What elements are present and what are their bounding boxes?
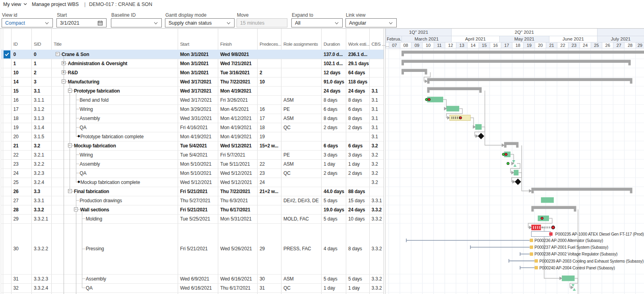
cell-id: 22: [14, 150, 32, 159]
cell-dur: 1 day: [324, 159, 346, 168]
cell-finish: Wed 5/12/2021: [220, 168, 257, 178]
task-bar[interactable]: [446, 106, 459, 112]
start-date-date-input[interactable]: 3/1/2021: [56, 18, 107, 27]
progress-hatch: [539, 226, 540, 229]
column-header-finish[interactable]: Finish: [220, 42, 232, 46]
cell-title[interactable]: Mockup fabrication complete: [80, 178, 177, 187]
cell-title[interactable]: Assembly: [86, 274, 177, 283]
column-header-cbs[interactable]: CBS ...: [372, 42, 385, 46]
cell-title[interactable]: Molding: [86, 214, 177, 223]
summary-bar[interactable]: [427, 87, 482, 93]
cell-finish: Thu 7/22/2021: [220, 77, 257, 86]
expander-collapse-icon[interactable]: −: [74, 207, 78, 211]
expander-collapse-icon[interactable]: −: [62, 79, 66, 83]
summary-bar[interactable]: [402, 51, 644, 56]
remaining-dash: [546, 226, 547, 228]
cell-title[interactable]: Mockup fabrication: [74, 141, 177, 150]
link-view-dropdown[interactable]: Angular: [345, 18, 397, 27]
tree-tick: [66, 63, 68, 64]
expander-expand-icon[interactable]: +: [62, 70, 66, 74]
row-checkbox[interactable]: [4, 50, 11, 58]
task-bar[interactable]: [562, 276, 574, 281]
cell-roles: QC: [283, 283, 321, 292]
cell-title[interactable]: Wall sections: [80, 205, 177, 214]
cell-title[interactable]: Wiring: [80, 150, 177, 159]
remaining-dash: [544, 226, 545, 228]
tiny-bar-handle: [514, 164, 516, 167]
remaining-dash: [542, 226, 543, 228]
cell-id: 19: [14, 123, 32, 132]
cell-sid: 3.3.2.1: [34, 214, 51, 223]
expander-collapse-icon[interactable]: −: [56, 52, 60, 56]
expand-to-dropdown[interactable]: All: [291, 18, 343, 27]
timescale-week: 09: [411, 43, 422, 49]
tree-tick: [76, 155, 80, 155]
cell-start: Mon 5/10/2021: [180, 168, 218, 178]
summary-bar[interactable]: [427, 78, 632, 84]
cell-title[interactable]: Prototype fabrication: [74, 86, 177, 95]
production-order-bar[interactable]: [531, 232, 551, 237]
cell-title[interactable]: Pressing: [86, 223, 177, 274]
cell-sid: 3.3.2.3: [34, 274, 51, 283]
column-header-id[interactable]: ID: [14, 42, 18, 46]
summary-bar[interactable]: [531, 206, 576, 212]
cell-title[interactable]: Bend and fold: [80, 95, 177, 104]
cell-title[interactable]: Manufacturing: [68, 77, 177, 86]
cell-title[interactable]: Wiring: [80, 104, 177, 114]
cell-title[interactable]: Administration & Oversight: [68, 59, 177, 68]
column-header-title[interactable]: Title: [54, 42, 62, 46]
tiny-bar-handle: [512, 161, 515, 163]
column-header-roles[interactable]: Role assignments: [283, 42, 318, 46]
cell-finish: Mon 4/5/2021: [220, 104, 257, 114]
cell-pred: 18: [260, 123, 281, 132]
cell-title[interactable]: QA: [80, 168, 177, 178]
summary-bar[interactable]: [531, 188, 632, 193]
expander-collapse-icon[interactable]: −: [68, 89, 72, 93]
summary-bar[interactable]: [504, 142, 518, 148]
milestone-diamond[interactable]: [515, 179, 521, 185]
cell-cbs: 3.2: [372, 150, 384, 159]
cell-finish: Wed 5/26/2021: [220, 223, 257, 274]
expander-expand-icon[interactable]: +: [62, 61, 66, 65]
milestone-diamond[interactable]: [478, 133, 484, 139]
supply-item-label: P000237 AP-2001 Fuel System (Subassy): [535, 245, 608, 250]
expander-collapse-icon[interactable]: −: [68, 143, 72, 147]
cell-title[interactable]: QA: [80, 123, 177, 132]
cell-title[interactable]: R&D: [68, 68, 177, 77]
cell-start: Tue 5/4/2021: [180, 150, 218, 159]
task-bar[interactable]: [475, 124, 481, 130]
cell-title[interactable]: Final fabrication: [74, 187, 177, 196]
yellow-square-icon: [530, 239, 533, 242]
cell-title[interactable]: Assembly: [80, 159, 177, 168]
column-header-pred[interactable]: Predeces...: [260, 42, 281, 46]
view-id-dropdown[interactable]: Compact: [2, 18, 53, 27]
cell-start: Wed 3/17/2021: [180, 95, 218, 104]
cell-finish: Fri 5/7/2021: [220, 150, 257, 159]
task-bar[interactable]: [541, 197, 554, 203]
status-dot-green: [425, 98, 428, 101]
column-header-dur[interactable]: Duration: [324, 42, 340, 46]
tree-tick: [82, 288, 85, 288]
summary-bar[interactable]: [402, 60, 631, 66]
cell-finish: Mon 4/19/2021: [220, 86, 257, 95]
cell-title[interactable]: Production drawings: [80, 196, 177, 205]
cell-finish: Wed 5/12/2021: [220, 141, 257, 150]
gantt-display-mode-dropdown[interactable]: Supply chain status: [165, 18, 235, 27]
remaining-dash: [547, 226, 548, 228]
my-view-menu[interactable]: My view: [3, 2, 27, 7]
cell-title[interactable]: Assembly: [80, 114, 177, 123]
column-header-work[interactable]: Work esti...: [348, 42, 370, 46]
cell-id: 18: [14, 114, 32, 123]
cell-title[interactable]: QA: [86, 283, 177, 292]
column-header-sid[interactable]: SID: [34, 42, 41, 46]
cell-title[interactable]: Prototype fabrication complete: [80, 132, 177, 141]
task-bar[interactable]: [514, 170, 518, 176]
cell-title[interactable]: Crane & Son: [62, 50, 177, 59]
cell-pred: 2: [260, 68, 281, 77]
cell-sid: 3.1.4: [34, 123, 51, 132]
expander-collapse-icon[interactable]: −: [68, 189, 72, 193]
status-dot-green: [507, 162, 509, 164]
baseline-id-dropdown[interactable]: [111, 18, 162, 27]
summary-bar[interactable]: [402, 69, 427, 75]
column-header-start[interactable]: Start: [180, 42, 189, 46]
